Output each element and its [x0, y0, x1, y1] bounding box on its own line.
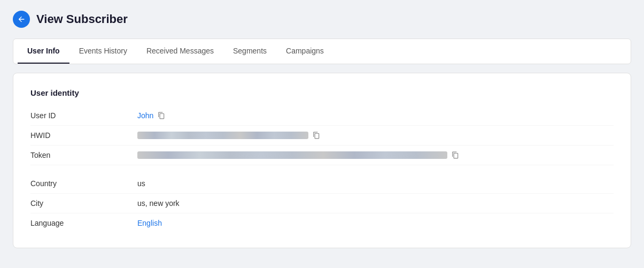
userid-value: John: [137, 111, 153, 120]
field-value-city: us, new york: [137, 199, 180, 208]
field-value-hwid: [137, 132, 320, 139]
section-title: User identity: [30, 88, 614, 97]
field-label-language: Language: [30, 219, 137, 227]
copy-hwid-icon: [313, 132, 320, 139]
tab-user-info[interactable]: User Info: [18, 39, 69, 64]
field-label-userid: User ID: [30, 111, 137, 120]
page-header: View Subscriber: [13, 11, 631, 28]
field-value-userid: John: [137, 111, 165, 120]
tab-received-messages[interactable]: Received Messages: [137, 39, 223, 64]
field-label-city: City: [30, 199, 137, 208]
copy-hwid-button[interactable]: [313, 132, 320, 139]
back-button[interactable]: [13, 11, 30, 28]
field-label-country: Country: [30, 179, 137, 188]
spacer: [30, 165, 614, 174]
field-row-city: City us, new york: [30, 194, 614, 213]
copy-token-icon: [452, 151, 459, 159]
field-row-token: Token: [30, 146, 614, 165]
hwid-blurred: [137, 132, 308, 139]
field-row-language: Language English: [30, 213, 614, 233]
field-value-token: [137, 151, 459, 159]
tab-segments[interactable]: Segments: [223, 39, 276, 64]
field-row-userid: User ID John: [30, 106, 614, 126]
tab-campaigns[interactable]: Campaigns: [276, 39, 333, 64]
field-value-country: us: [137, 179, 145, 188]
copy-userid-button[interactable]: [158, 112, 165, 119]
page-wrapper: View Subscriber User Info Events History…: [0, 0, 644, 259]
content-card: User identity User ID John HWID: [13, 73, 631, 248]
field-row-hwid: HWID: [30, 126, 614, 146]
copy-token-button[interactable]: [452, 151, 459, 159]
field-label-hwid: HWID: [30, 131, 137, 140]
tab-events-history[interactable]: Events History: [69, 39, 137, 64]
field-value-language: English: [137, 219, 162, 227]
back-arrow-icon: [17, 15, 26, 24]
field-label-token: Token: [30, 151, 137, 159]
token-blurred: [137, 151, 447, 159]
tabs-bar: User Info Events History Received Messag…: [13, 39, 631, 64]
field-row-country: Country us: [30, 174, 614, 194]
copy-icon: [158, 112, 165, 119]
page-title: View Subscriber: [36, 12, 128, 26]
